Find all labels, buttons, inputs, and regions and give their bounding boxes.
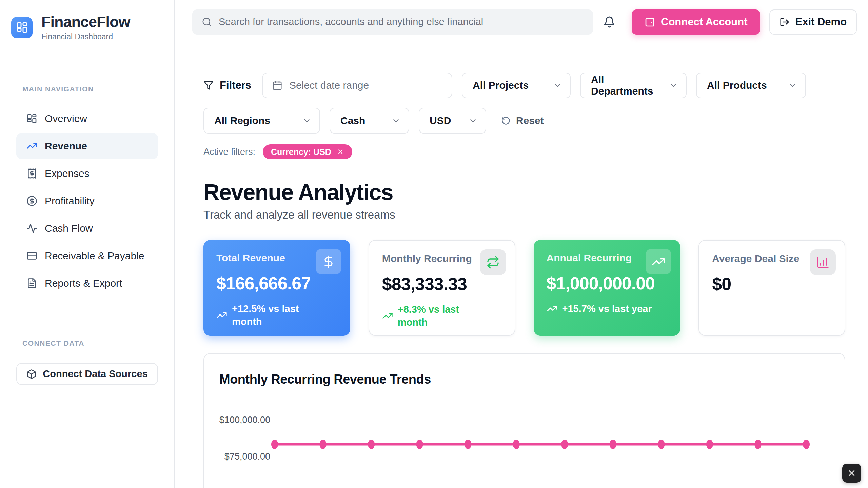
sidebar-item-receivable-payable[interactable]: Receivable & Payable	[16, 243, 158, 269]
data-point-marker	[465, 440, 471, 449]
date-range-input[interactable]: Select date range	[262, 73, 452, 98]
mrr-trends-chart-card: Monthly Recurring Revenue Trends $100,00…	[203, 353, 845, 488]
exit-demo-button[interactable]: Exit Demo	[769, 9, 857, 35]
main-area: Connect Account Exit Demo Filters Select…	[175, 0, 868, 488]
data-point-marker	[320, 440, 327, 449]
kpi-card-annual-recurring: Annual Recurring $1,000,000.00 +15.7% vs…	[534, 240, 680, 336]
sidebar-item-expenses[interactable]: Expenses	[16, 160, 158, 187]
page-subtitle: Track and analyze all revenue streams	[203, 207, 859, 223]
data-point-marker	[803, 440, 810, 449]
projects-select-value: All Projects	[473, 80, 529, 91]
data-point-marker	[368, 440, 375, 449]
kpi-delta-text: +8.3% vs last month	[398, 303, 482, 329]
global-search	[192, 9, 593, 35]
dollar-sign-icon	[322, 255, 335, 268]
trending-up-icon	[547, 303, 557, 314]
search-input[interactable]	[219, 16, 584, 27]
currency-select[interactable]: USD	[419, 108, 486, 134]
exit-demo-label: Exit Demo	[795, 16, 847, 28]
content: Filters Select date range All Projects A…	[175, 44, 868, 488]
section-divider	[192, 171, 859, 171]
active-filters-label: Active filters:	[203, 147, 255, 157]
kpi-delta: +15.7% vs last year	[547, 302, 668, 315]
projects-select[interactable]: All Projects	[462, 73, 571, 98]
topbar: Connect Account Exit Demo	[175, 0, 868, 44]
data-point-marker	[513, 440, 520, 449]
regions-select[interactable]: All Regions	[203, 108, 320, 134]
data-point-marker	[706, 440, 713, 449]
layout-dashboard-icon	[16, 21, 28, 34]
kpi-value: $166,666.67	[216, 273, 337, 293]
kpi-delta: +12.5% vs last month	[216, 302, 337, 328]
y-axis-tick: $75,000.00	[219, 450, 270, 463]
close-icon[interactable]	[337, 148, 344, 156]
chevron-down-icon	[469, 116, 477, 125]
chart-title: Monthly Recurring Revenue Trends	[219, 372, 829, 387]
calendar-icon	[272, 80, 282, 90]
currency-select-value: USD	[430, 115, 451, 126]
departments-select[interactable]: All Departments	[580, 73, 687, 98]
connect-button-label: Connect Data Sources	[43, 368, 147, 380]
nav-section-label: MAIN NAVIGATION	[22, 85, 174, 93]
chevron-down-icon	[669, 81, 678, 90]
products-select-value: All Products	[707, 80, 767, 91]
kpi-card-average-deal-size: Average Deal Size $0	[698, 240, 845, 336]
bell-icon	[603, 16, 615, 28]
chevron-down-icon	[302, 116, 311, 125]
data-point-marker	[610, 440, 616, 449]
filters-title-label: Filters	[220, 79, 251, 92]
bar-chart-icon	[816, 256, 830, 269]
sidebar-item-overview[interactable]: Overview	[16, 105, 158, 132]
sidebar-item-reports-export[interactable]: Reports & Export	[16, 270, 158, 297]
filters-title: Filters	[203, 79, 251, 92]
sidebar-item-label: Overview	[45, 113, 87, 124]
page-title: Revenue Analytics	[203, 180, 859, 204]
products-select[interactable]: All Products	[696, 73, 806, 98]
notifications-button[interactable]	[602, 15, 617, 29]
package-icon	[26, 369, 37, 379]
filters-row-2: All Regions Cash USD Reset	[203, 108, 845, 134]
trending-up-icon	[652, 255, 665, 268]
filters-block: Filters Select date range All Projects A…	[203, 73, 845, 159]
sidebar-item-profitability[interactable]: Profitability	[16, 188, 158, 214]
data-point-marker	[271, 440, 278, 449]
overlay-close-button[interactable]: ✕	[842, 464, 861, 483]
chevron-down-icon	[392, 116, 400, 125]
kpi-delta-text: +12.5% vs last month	[232, 302, 317, 328]
connect-section-label: CONNECT DATA	[22, 339, 174, 347]
connect-data-sources-button[interactable]: Connect Data Sources	[16, 363, 158, 385]
kpi-delta: +8.3% vs last month	[382, 303, 502, 329]
sidebar-item-cash-flow[interactable]: Cash Flow	[16, 215, 158, 242]
wallet-icon	[645, 17, 655, 27]
sidebar-item-label: Receivable & Payable	[45, 250, 144, 262]
connect-account-button[interactable]: Connect Account	[632, 9, 760, 35]
reset-filters-button[interactable]: Reset	[501, 115, 544, 126]
kpi-card-monthly-recurring: Monthly Recurring $83,333.33 +8.3% vs la…	[369, 240, 515, 336]
kpi-icon-box	[646, 249, 671, 274]
filter-funnel-icon	[203, 80, 214, 90]
main-navigation: Overview Revenue Expenses Profitability …	[16, 105, 158, 298]
filters-row-1: Filters Select date range All Projects A…	[203, 73, 845, 98]
sidebar-item-label: Expenses	[45, 168, 90, 179]
data-point-marker	[416, 440, 423, 449]
date-range-placeholder: Select date range	[289, 80, 369, 91]
kpi-value: $1,000,000.00	[547, 273, 668, 293]
connect-account-label: Connect Account	[661, 16, 747, 28]
sidebar-item-revenue[interactable]: Revenue	[16, 133, 158, 159]
app-logo	[11, 17, 33, 38]
accounting-basis-select[interactable]: Cash	[330, 108, 409, 134]
regions-select-value: All Regions	[214, 115, 270, 126]
chip-label: Currency: USD	[271, 147, 331, 157]
app-root: FinanceFlow Financial Dashboard MAIN NAV…	[0, 0, 868, 488]
brand: FinanceFlow Financial Dashboard	[0, 0, 174, 55]
layout-dashboard-icon	[26, 113, 37, 124]
sidebar-item-label: Cash Flow	[45, 223, 93, 234]
repeat-icon	[486, 256, 500, 269]
reset-label: Reset	[516, 115, 544, 126]
y-axis-tick: $100,000.00	[219, 414, 270, 426]
data-point-marker	[561, 440, 568, 449]
active-filter-chip-currency[interactable]: Currency: USD	[263, 144, 352, 159]
file-text-icon	[26, 278, 37, 289]
sidebar-item-label: Reports & Export	[45, 278, 122, 289]
page-header: Revenue Analytics Track and analyze all …	[203, 180, 859, 223]
